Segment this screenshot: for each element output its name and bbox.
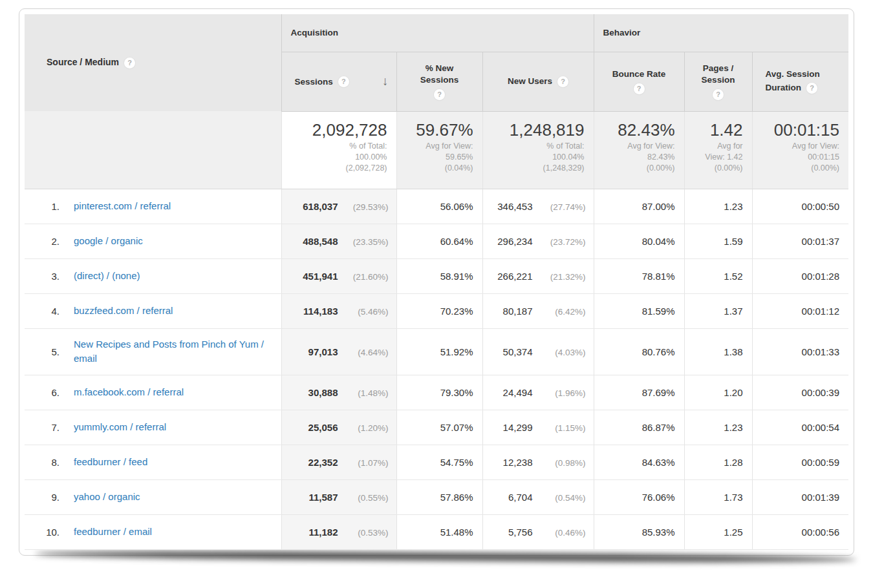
behavior-label: Behavior [603, 28, 641, 37]
bounce-rate-cell: 80.04% [594, 224, 684, 258]
help-icon[interactable]: ? [713, 89, 724, 100]
source-cell: 5.New Recipes and Posts from Pinch of Yu… [25, 328, 281, 375]
pages-session-cell: 1.23 [684, 189, 752, 224]
pct-new-sessions-cell: 56.06% [396, 189, 482, 224]
source-medium-link[interactable]: pinterest.com / referral [74, 199, 171, 213]
group-header-acquisition: Acquisition [281, 14, 594, 52]
pct-new-sessions-label: % New Sessions [409, 63, 471, 85]
pct-new-sessions-cell: 54.75% [396, 445, 482, 479]
source-cell: 10.feedburner / email [25, 514, 281, 549]
avg-duration-cell: 00:01:39 [752, 479, 848, 514]
table-row: 4.buzzfeed.com / referral 114,183(5.46%)… [25, 293, 848, 328]
source-medium-link[interactable]: yahoo / organic [74, 490, 140, 504]
source-medium-link[interactable]: buzzfeed.com / referral [74, 304, 173, 318]
sessions-cell: 11,182(0.53%) [281, 514, 396, 549]
new-users-cell: 24,494(1.96%) [482, 375, 594, 410]
source-cell: 7.yummly.com / referral [25, 410, 281, 445]
row-rank: 2. [35, 236, 59, 247]
bounce-rate-label: Bounce Rate [594, 68, 684, 80]
source-medium-link[interactable]: feedburner / email [74, 525, 152, 539]
pct-new-sessions-cell: 51.92% [396, 328, 482, 375]
new-users-label: New Users [508, 76, 552, 86]
source-medium-link[interactable]: m.facebook.com / referral [74, 385, 184, 399]
pct-new-sessions-cell: 57.07% [396, 410, 482, 445]
totals-empty-cell [25, 111, 281, 189]
totals-pages-session: 1.42Avg for View: 1.42 (0.00%) [684, 111, 752, 189]
avg-duration-cell: 00:01:28 [752, 258, 848, 293]
totals-bounce-rate: 82.43%Avg for View: 82.43% (0.00%) [594, 111, 684, 189]
sort-descending-icon[interactable]: ↓ [382, 74, 389, 89]
pages-session-cell: 1.52 [684, 258, 752, 293]
column-header-pages-session[interactable]: Pages / Session? [684, 52, 752, 111]
new-users-cell: 14,299(1.15%) [482, 410, 594, 445]
sessions-cell: 25,056(1.20%) [281, 410, 396, 445]
group-header-row: Source / Medium? Acquisition Behavior [25, 14, 848, 52]
row-rank: 5. [35, 346, 59, 357]
source-medium-link[interactable]: yummly.com / referral [74, 420, 166, 434]
table-row: 2.google / organic 488,548(23.35%) 60.64… [25, 224, 848, 258]
totals-row: 2,092,728% of Total: 100.00% (2,092,728)… [25, 111, 848, 189]
source-medium-link[interactable]: feedburner / feed [74, 455, 147, 469]
sessions-cell: 11,587(0.55%) [281, 479, 396, 514]
new-users-cell: 296,234(23.72%) [482, 224, 594, 258]
table-row: 7.yummly.com / referral 25,056(1.20%) 57… [25, 410, 848, 445]
row-rank: 1. [35, 201, 59, 212]
row-rank: 7. [35, 422, 59, 433]
bounce-rate-cell: 81.59% [594, 293, 684, 328]
pages-session-label: Pages / Session [698, 63, 738, 85]
column-header-avg-session-duration[interactable]: Avg. Session Duration? [752, 52, 848, 111]
new-users-cell: 6,704(0.54%) [482, 479, 594, 514]
help-icon[interactable]: ? [806, 83, 817, 94]
bounce-rate-cell: 84.63% [594, 445, 684, 479]
bounce-rate-cell: 86.87% [594, 410, 684, 445]
source-medium-link[interactable]: google / organic [74, 234, 143, 248]
bounce-rate-cell: 76.06% [594, 479, 684, 514]
column-header-bounce-rate[interactable]: Bounce Rate? [594, 52, 684, 111]
totals-avg-duration: 00:01:15Avg for View: 00:01:15 (0.00%) [752, 111, 848, 189]
avg-duration-cell: 00:00:54 [752, 410, 848, 445]
pages-session-cell: 1.38 [684, 328, 752, 375]
pages-session-cell: 1.37 [684, 293, 752, 328]
table-row: 10.feedburner / email 11,182(0.53%) 51.4… [25, 514, 848, 549]
new-users-cell: 50,374(4.03%) [482, 328, 594, 375]
sessions-cell: 618,037(29.53%) [281, 189, 396, 224]
help-icon[interactable]: ? [634, 83, 645, 94]
row-rank: 10. [35, 527, 59, 538]
bounce-rate-cell: 87.00% [594, 189, 684, 224]
table-row: 1.pinterest.com / referral 618,037(29.53… [25, 189, 848, 224]
column-header-new-users[interactable]: New Users? [482, 52, 594, 111]
sessions-cell: 451,941(21.60%) [281, 258, 396, 293]
sessions-cell: 114,183(5.46%) [281, 293, 396, 328]
help-icon[interactable]: ? [124, 58, 135, 68]
new-users-cell: 80,187(6.42%) [482, 293, 594, 328]
pct-new-sessions-cell: 57.86% [396, 479, 482, 514]
source-medium-link[interactable]: New Recipes and Posts from Pinch of Yum … [74, 337, 281, 366]
source-cell: 3.(direct) / (none) [25, 258, 281, 293]
row-rank: 4. [35, 306, 59, 317]
column-header-source-medium[interactable]: Source / Medium? [25, 14, 281, 111]
table-row: 9.yahoo / organic 11,587(0.55%) 57.86% 6… [25, 479, 848, 514]
row-rank: 8. [35, 457, 59, 468]
acquisition-label: Acquisition [291, 28, 339, 37]
help-icon[interactable]: ? [434, 89, 445, 100]
source-medium-link[interactable]: (direct) / (none) [74, 269, 140, 283]
new-users-cell: 12,238(0.98%) [482, 445, 594, 479]
avg-duration-cell: 00:00:39 [752, 375, 848, 410]
pct-new-sessions-cell: 70.23% [396, 293, 482, 328]
help-icon[interactable]: ? [557, 76, 568, 87]
bounce-rate-cell: 87.69% [594, 375, 684, 410]
row-rank: 3. [35, 271, 59, 282]
column-header-pct-new-sessions[interactable]: % New Sessions? [396, 52, 482, 111]
source-cell: 1.pinterest.com / referral [25, 189, 281, 224]
avg-duration-cell: 00:00:56 [752, 514, 848, 549]
bounce-rate-cell: 80.76% [594, 328, 684, 375]
column-header-sessions[interactable]: Sessions?↓ [281, 52, 396, 111]
new-users-cell: 266,221(21.32%) [482, 258, 594, 293]
source-cell: 9.yahoo / organic [25, 479, 281, 514]
pct-new-sessions-cell: 51.48% [396, 514, 482, 549]
source-cell: 6.m.facebook.com / referral [25, 375, 281, 410]
help-icon[interactable]: ? [338, 76, 349, 87]
sessions-cell: 488,548(23.35%) [281, 224, 396, 258]
pages-session-cell: 1.23 [684, 410, 752, 445]
group-header-behavior: Behavior [594, 14, 848, 52]
